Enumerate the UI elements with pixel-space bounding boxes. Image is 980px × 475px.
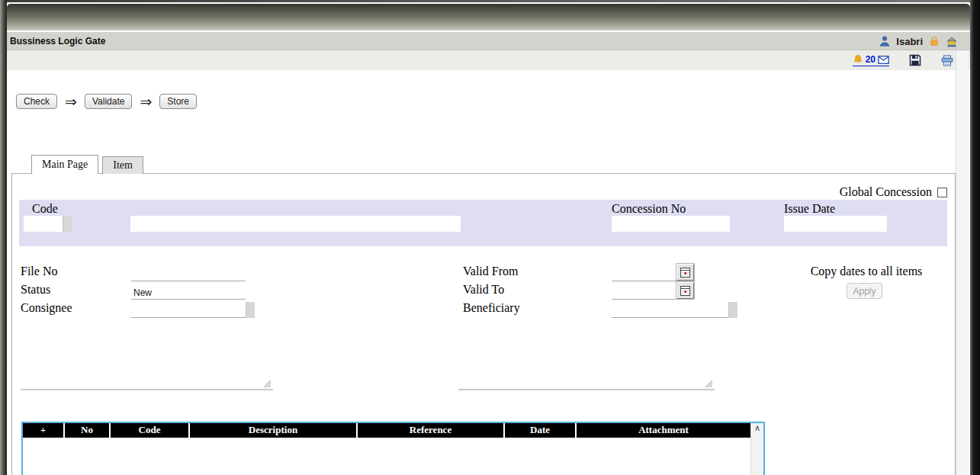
code-lookup-button[interactable] — [63, 216, 72, 232]
lock-icon[interactable] — [928, 35, 940, 47]
attachments-table: + No Code Description Reference Date Att… — [21, 422, 765, 475]
status-input[interactable] — [131, 284, 246, 300]
concession-no-input[interactable] — [612, 216, 730, 232]
valid-to-calendar-button[interactable] — [676, 282, 694, 299]
notes-left-textarea[interactable] — [21, 326, 273, 390]
home-icon[interactable] — [946, 35, 958, 47]
save-icon[interactable] — [909, 54, 921, 66]
add-row-button[interactable]: + — [23, 423, 65, 438]
global-concession-row: Global Concession — [840, 185, 947, 199]
beneficiary-input[interactable] — [612, 303, 728, 318]
issue-date-input[interactable] — [784, 216, 887, 232]
concession-no-label: Concession No — [612, 202, 686, 216]
bell-icon — [853, 54, 863, 65]
notes-right-textarea[interactable] — [458, 326, 715, 390]
notification-count: 20 — [866, 54, 876, 65]
apply-button[interactable]: Apply — [847, 283, 882, 299]
valid-to-input[interactable] — [612, 284, 676, 300]
code-label: Code — [32, 202, 58, 216]
attachments-table-header: + No Code Description Reference Date Att… — [23, 423, 750, 438]
print-icon[interactable] — [941, 55, 953, 66]
user-name: Isabri — [896, 36, 923, 47]
beneficiary-lookup-button[interactable] — [728, 302, 737, 318]
tab-item[interactable]: Item — [102, 156, 143, 174]
file-no-label: File No — [21, 265, 57, 278]
notifications-link[interactable]: 20 — [853, 54, 889, 66]
valid-from-input[interactable] — [612, 266, 676, 281]
title-bar: Bussiness Logic Gate Isabri — [7, 32, 970, 50]
column-header-date: Date — [505, 423, 577, 438]
table-scrollbar[interactable]: ∧ — [750, 423, 763, 475]
workflow-arrow-icon: ⇒ — [65, 93, 77, 110]
window-top-bar — [7, 4, 970, 30]
column-header-description: Description — [190, 423, 358, 438]
resize-grip-icon[interactable] — [262, 378, 272, 388]
application-window: Bussiness Logic Gate Isabri 20 — [7, 2, 970, 475]
consignee-input[interactable] — [131, 303, 246, 318]
valid-to-label: Valid To — [463, 283, 504, 297]
column-header-no: No — [65, 423, 111, 438]
workflow-steps: Check ⇒ Validate ⇒ Store — [16, 93, 197, 110]
validate-button[interactable]: Validate — [85, 94, 132, 109]
consignee-lookup-button[interactable] — [246, 302, 255, 318]
global-concession-checkbox[interactable] — [937, 188, 947, 197]
workflow-arrow-icon: ⇒ — [140, 93, 152, 110]
user-icon — [879, 35, 891, 47]
check-button[interactable]: Check — [16, 94, 57, 109]
store-button[interactable]: Store — [159, 94, 197, 109]
calendar-icon — [680, 286, 690, 296]
calendar-icon — [680, 268, 690, 278]
concession-header-band: Code Concession No Issue Date — [19, 200, 947, 246]
resize-grip-icon[interactable] — [703, 378, 713, 388]
issue-date-label: Issue Date — [784, 202, 835, 216]
user-cluster: Isabri — [879, 32, 958, 50]
code-description-input[interactable] — [130, 216, 461, 232]
beneficiary-label: Beneficiary — [463, 301, 520, 315]
consignee-label: Consignee — [21, 301, 72, 315]
tab-main-page[interactable]: Main Page — [31, 155, 98, 174]
valid-from-calendar-button[interactable] — [676, 264, 694, 281]
column-header-code: Code — [111, 423, 190, 438]
envelope-icon — [878, 56, 889, 64]
scroll-up-icon[interactable]: ∧ — [751, 423, 763, 434]
global-concession-label: Global Concession — [840, 185, 932, 199]
window-frame-right — [970, 0, 980, 475]
column-header-reference: Reference — [358, 423, 505, 438]
column-header-attachment: Attachment — [577, 423, 750, 438]
copy-dates-label: Copy dates to all items — [808, 265, 924, 278]
code-input[interactable] — [24, 216, 63, 232]
toolbar-icons: 20 — [853, 50, 953, 70]
window-frame-left — [0, 0, 7, 475]
page-title: Bussiness Logic Gate — [10, 32, 105, 50]
file-no-input[interactable] — [131, 266, 246, 281]
toolbar: 20 — [7, 50, 970, 70]
page-scrollbar[interactable] — [956, 50, 969, 475]
tab-bar: Main Page Item — [31, 155, 147, 174]
attachments-table-body: + No Code Description Reference Date Att… — [23, 423, 750, 475]
valid-from-label: Valid From — [463, 265, 518, 278]
status-label: Status — [21, 283, 50, 297]
